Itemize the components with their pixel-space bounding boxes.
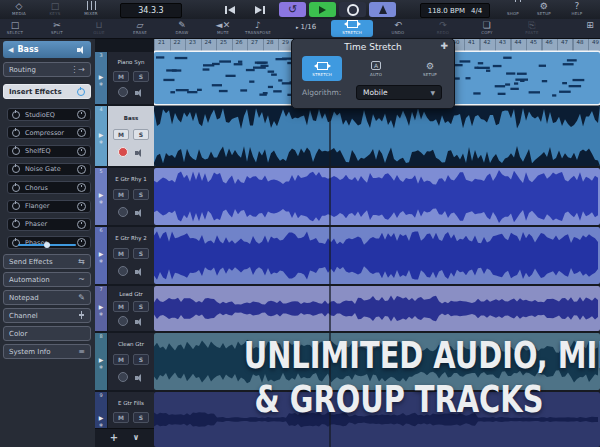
speaker-icon[interactable]	[135, 88, 144, 97]
sidebar-item-system-info[interactable]: System Info≡	[3, 344, 91, 359]
freeze-icon[interactable]: *	[99, 313, 103, 321]
track-name[interactable]: Clean Gtr	[118, 341, 144, 347]
mute-button[interactable]: M	[113, 129, 129, 140]
mute-button[interactable]: M	[113, 189, 129, 200]
mute-button[interactable]: M	[113, 412, 129, 423]
tool-split[interactable]: ✂SPLIT	[34, 20, 80, 35]
skip-to-start-button[interactable]	[216, 2, 243, 17]
solo-button[interactable]: S	[133, 412, 149, 423]
sidebar-item-automation[interactable]: Automation~	[3, 272, 91, 287]
skip-to-end-button[interactable]	[247, 2, 274, 17]
track-header-piano-syn[interactable]: 3▶*Piano SynMS	[95, 52, 154, 104]
monitor-icon[interactable]: ▶	[99, 414, 104, 422]
mute-button[interactable]: M	[113, 354, 129, 365]
algorithm-dropdown[interactable]: Mobile ▼	[356, 85, 442, 100]
monitor-icon[interactable]: ▶	[99, 191, 104, 199]
solo-button[interactable]: S	[133, 189, 149, 200]
region-e-gtr-rhy-2[interactable]	[154, 227, 600, 284]
speaker-icon[interactable]	[135, 317, 144, 326]
track-color-strip[interactable]: 3▶*	[95, 52, 107, 104]
solo-button[interactable]: S	[133, 301, 149, 312]
tool-redo[interactable]: ↷REDO	[420, 20, 466, 35]
record-arm-button[interactable]	[118, 87, 128, 97]
keys-button[interactable]: □ KEYS	[38, 1, 72, 16]
freeze-icon[interactable]: *	[99, 141, 103, 149]
solo-button[interactable]: S	[133, 354, 149, 365]
track-header-e-gtr-rhy-1[interactable]: 5▶*E Gtr Rhy 1MS	[95, 168, 154, 225]
monitor-icon[interactable]: ▶	[99, 73, 104, 81]
popup-stretch-button[interactable]: STRETCH	[302, 56, 342, 81]
snap-value-button[interactable]: ▸ 1/16	[296, 23, 316, 31]
tempo-display[interactable]: 118.0 BPM 4/4	[420, 3, 490, 18]
track-header-lead-gtr[interactable]: 7▶*Lead GtrMS	[95, 286, 154, 331]
edit-effect-icon[interactable]	[77, 165, 86, 174]
freeze-icon[interactable]: *	[99, 83, 103, 91]
region-clean-gtr[interactable]	[154, 333, 600, 390]
tool-select[interactable]: □SELECT	[0, 20, 38, 35]
edit-effect-icon[interactable]	[77, 147, 86, 156]
track-color-strip[interactable]: 6▶*	[95, 227, 107, 284]
freeze-icon[interactable]: *	[99, 201, 103, 209]
chevron-down-icon[interactable]: ∨	[133, 433, 140, 443]
mute-button[interactable]: M	[113, 301, 129, 312]
solo-button[interactable]: S	[133, 71, 149, 82]
track-color-strip[interactable]: 5▶*	[95, 168, 107, 225]
media-button[interactable]: ◇ MEDIA	[2, 1, 36, 16]
mute-button[interactable]: M	[113, 248, 129, 259]
track-name[interactable]: E Gtr Rhy 2	[115, 235, 146, 241]
sidebar-item-send-effects[interactable]: Send Effects⇆	[3, 254, 91, 269]
effect-slot-flanger[interactable]: Flanger	[7, 200, 91, 213]
tool-draw[interactable]: ✎DRAW	[159, 20, 205, 35]
track-name[interactable]: E Gtr Fills	[118, 400, 144, 406]
song-position-display[interactable]: 34.3.3	[120, 3, 182, 18]
track-color-strip[interactable]: 7▶*	[95, 286, 107, 331]
tool-transpose[interactable]: ♪TRANSPOSE	[235, 20, 281, 35]
tool-undo[interactable]: ↶UNDO	[375, 20, 421, 35]
help-button[interactable]: ? HELP	[560, 1, 594, 16]
add-track-button[interactable]: +	[110, 433, 118, 443]
mixer-button[interactable]: MIXER	[74, 1, 108, 16]
track-header-e-gtr-rhy-2[interactable]: 6▶*E Gtr Rhy 2MS	[95, 227, 154, 284]
move-icon[interactable]: ✚	[440, 41, 448, 51]
tool-grid[interactable]: ⊞	[567, 20, 600, 30]
popup-auto-button[interactable]: AAUTO	[356, 56, 396, 81]
mute-button[interactable]: M	[113, 71, 129, 82]
inspector-scroll-slider[interactable]	[18, 244, 76, 246]
record-arm-button[interactable]	[118, 147, 128, 157]
speaker-icon[interactable]	[135, 373, 144, 382]
edit-effect-icon[interactable]	[77, 220, 86, 229]
popup-setup-button[interactable]: ⚙SETUP	[410, 56, 450, 81]
freeze-icon[interactable]: *	[99, 366, 103, 374]
region-e-gtr-rhy-1[interactable]	[154, 168, 600, 225]
metronome-button[interactable]	[369, 2, 396, 17]
inspector-track-header[interactable]: ◀ Bass	[3, 41, 91, 58]
track-color-strip[interactable]: 8▶*	[95, 333, 107, 390]
cycle-button[interactable]: ↺	[279, 2, 306, 17]
track-name[interactable]: E Gtr Rhy 1	[115, 176, 146, 182]
track-name[interactable]: Bass	[124, 115, 138, 121]
effect-slot-noise-gate[interactable]: Noise Gate	[7, 163, 91, 176]
effect-slot-chorus[interactable]: Chorus	[7, 181, 91, 194]
insert-effects-button[interactable]: Insert Effects	[3, 84, 91, 99]
monitor-icon[interactable]: ▶	[99, 250, 104, 258]
stretch-tool-button[interactable]: STRETCH	[331, 20, 373, 37]
record-arm-button[interactable]	[118, 316, 128, 326]
freeze-icon[interactable]: *	[99, 260, 103, 268]
play-button[interactable]	[309, 2, 336, 17]
effect-slot-compressor[interactable]: Compressor	[7, 126, 91, 139]
region-bass[interactable]	[154, 106, 600, 166]
region-e-gtr-fills[interactable]	[154, 392, 600, 447]
track-name[interactable]: Piano Syn	[118, 59, 145, 65]
monitor-icon[interactable]: ▶	[99, 356, 104, 364]
solo-button[interactable]: S	[133, 248, 149, 259]
solo-button[interactable]: S	[133, 129, 149, 140]
track-header-bass[interactable]: 4▶*BassMS	[95, 106, 154, 166]
routing-button[interactable]: Routing ⋮→	[3, 62, 91, 77]
shop-button[interactable]: SHOP	[496, 1, 530, 16]
monitor-icon[interactable]: ▶	[99, 303, 104, 311]
tool-erase[interactable]: ▱ERASE	[117, 20, 163, 35]
record-arm-button[interactable]	[118, 266, 128, 276]
setup-button[interactable]: ⚙ SETUP	[527, 1, 561, 16]
monitor-icon[interactable]: ▶	[99, 131, 104, 139]
speaker-icon[interactable]	[135, 267, 144, 276]
